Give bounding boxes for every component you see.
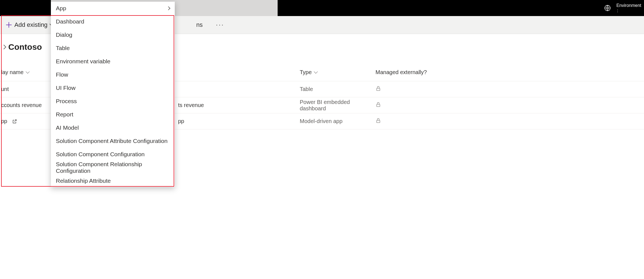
page-title-row: Contoso bbox=[2, 37, 42, 57]
dropdown-item[interactable]: Solution Component Attribute Configurati… bbox=[51, 134, 175, 148]
command-partial-text: ns bbox=[196, 21, 203, 28]
expand-caret-icon[interactable] bbox=[2, 45, 6, 49]
dropdown-item-label: Table bbox=[56, 45, 70, 51]
column-header-type-label: Type bbox=[300, 69, 312, 75]
row-managed-externally bbox=[374, 102, 644, 109]
dropdown-item-label: Solution Component Configuration bbox=[56, 151, 145, 158]
lock-icon bbox=[376, 102, 381, 108]
row-secondary-name: pp bbox=[177, 118, 299, 124]
dropdown-item[interactable]: Table bbox=[51, 41, 175, 55]
dropdown-item-label: AI Model bbox=[56, 124, 79, 131]
dropdown-item-label: Flow bbox=[56, 71, 68, 78]
svg-rect-1 bbox=[377, 88, 380, 90]
dropdown-item-label: Solution Component Attribute Configurati… bbox=[56, 138, 168, 144]
dropdown-item[interactable]: AI Model bbox=[51, 121, 175, 134]
row-secondary-name: ts revenue bbox=[177, 102, 299, 108]
column-header-managed-externally-label: Managed externally? bbox=[376, 69, 427, 75]
lock-icon bbox=[376, 118, 381, 124]
dropdown-item[interactable]: Dashboard bbox=[51, 15, 175, 28]
page-title: Contoso bbox=[8, 42, 42, 52]
row-managed-externally bbox=[374, 86, 644, 93]
dropdown-item-label: UI Flow bbox=[56, 85, 75, 91]
dropdown-item-label: Dialog bbox=[56, 32, 72, 38]
environment-label: Environment bbox=[616, 3, 641, 8]
dropdown-item-label: Solution Component Relationship Configur… bbox=[56, 161, 170, 174]
dropdown-item-label: Environment variable bbox=[56, 58, 110, 65]
dropdown-item[interactable]: Flow bbox=[51, 68, 175, 81]
dropdown-item[interactable]: UI Flow bbox=[51, 81, 175, 95]
dropdown-item[interactable]: App bbox=[51, 2, 175, 15]
row-display-name: pp bbox=[1, 118, 7, 124]
dropdown-item[interactable]: Dialog bbox=[51, 28, 175, 41]
globe-icon bbox=[604, 5, 611, 11]
dropdown-item[interactable]: Report bbox=[51, 108, 175, 121]
open-external-icon[interactable] bbox=[12, 119, 17, 124]
dropdown-item[interactable]: Solution Component Relationship Configur… bbox=[51, 161, 175, 174]
plus-icon bbox=[6, 22, 12, 28]
dropdown-item-label: App bbox=[56, 5, 66, 12]
dropdown-item-label: Process bbox=[56, 98, 77, 105]
dropdown-item[interactable]: Relationship Attribute bbox=[51, 174, 175, 187]
row-display-name: ccounts revenue bbox=[1, 102, 42, 108]
chevron-down-icon bbox=[26, 69, 30, 73]
dropdown-item[interactable]: Process bbox=[51, 95, 175, 108]
chevron-right-icon bbox=[166, 6, 170, 10]
lock-icon bbox=[376, 86, 381, 92]
environment-picker[interactable]: Environment : bbox=[604, 0, 641, 16]
svg-rect-2 bbox=[377, 104, 380, 106]
svg-rect-3 bbox=[377, 120, 380, 122]
environment-colon: : bbox=[617, 8, 641, 13]
column-header-type[interactable]: Type bbox=[299, 69, 374, 75]
column-header-display-name-label: lay name bbox=[1, 69, 24, 75]
add-existing-dropdown: AppDashboardDialogTableEnvironment varia… bbox=[51, 2, 175, 187]
row-type: Model-driven app bbox=[299, 118, 374, 124]
dropdown-item[interactable]: Solution Component Configuration bbox=[51, 148, 175, 161]
more-commands-button[interactable]: ··· bbox=[214, 21, 226, 28]
row-managed-externally bbox=[374, 118, 644, 125]
row-type: Power BI embedded dashboard bbox=[299, 99, 374, 112]
dropdown-item-label: Dashboard bbox=[56, 18, 84, 25]
dropdown-item[interactable]: Environment variable bbox=[51, 55, 175, 68]
dropdown-item-label: Relationship Attribute bbox=[56, 178, 111, 184]
column-header-managed-externally[interactable]: Managed externally? bbox=[374, 69, 644, 75]
row-display-name: unt bbox=[1, 86, 9, 92]
row-type: Table bbox=[299, 86, 374, 92]
add-existing-button[interactable]: Add existing bbox=[5, 20, 55, 30]
dropdown-item-label: Report bbox=[56, 111, 73, 118]
add-existing-label: Add existing bbox=[14, 21, 48, 28]
chevron-down-icon bbox=[314, 69, 318, 73]
